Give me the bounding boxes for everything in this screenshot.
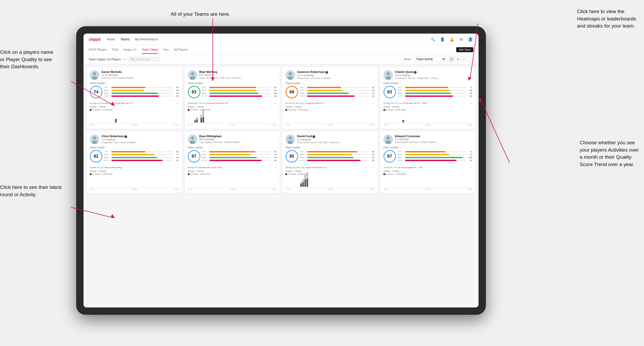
stat-bar-ott — [111, 87, 145, 88]
stat-val-ott: 82 — [272, 151, 277, 153]
player-avatar[interactable] — [90, 70, 99, 80]
svg-point-10 — [387, 72, 390, 75]
add-team-button[interactable]: Add Team — [456, 47, 473, 52]
subnav-all-players[interactable]: All Players — [174, 46, 188, 54]
stat-val-app: 79 — [468, 153, 472, 156]
quality-circle[interactable]: 82 — [90, 150, 102, 163]
player-name[interactable]: David Ford✓ — [297, 135, 375, 138]
chart-bar-on — [304, 179, 306, 187]
avatar-icon[interactable]: 👤 — [468, 36, 473, 42]
quality-circle[interactable]: 68 — [285, 86, 298, 98]
player-avatar[interactable] — [188, 135, 197, 144]
quality-circle[interactable]: 85 — [285, 150, 298, 163]
search-box[interactable]: 🔍 Filter by name — [128, 57, 160, 62]
subnav-tour[interactable]: Tour — [163, 46, 169, 54]
legend-dot-on — [188, 173, 189, 175]
player-handicap: 1-5 Handicap — [395, 138, 472, 141]
quality-circle[interactable]: 93 — [188, 86, 200, 98]
stat-putt: PUTT 92 — [398, 159, 472, 162]
annotation-latest-round: Click here to see their latestround or A… — [0, 184, 61, 198]
recent-round-arrow[interactable]: → — [470, 102, 472, 105]
chart-date-1: 31 Jul — [285, 124, 290, 126]
recent-round-arrow[interactable]: → — [274, 166, 277, 169]
chart-bar-off — [300, 182, 302, 183]
player-name[interactable]: Chris Robertson✓ — [101, 135, 179, 138]
recent-round-text: 03 Mar 23 | 19, Must make putting — [90, 166, 122, 169]
search-icon[interactable]: 🔍 — [430, 36, 436, 42]
quality-circle[interactable]: 87 — [383, 150, 396, 163]
stat-bar-ott — [307, 87, 341, 88]
stat-putt: PUTT 85 — [104, 95, 179, 97]
player-name[interactable]: Charlie Quick✓ — [395, 70, 472, 74]
grid4-view-button[interactable]: ⊞ — [449, 56, 454, 62]
nav-home[interactable]: Home — [107, 37, 115, 42]
nav-logo[interactable]: clippd — [89, 37, 100, 41]
person-icon[interactable]: 👤 — [439, 36, 445, 42]
player-name[interactable]: Edward Crossman — [395, 135, 472, 138]
edit-icon[interactable]: ✏ — [123, 57, 126, 61]
chart-date-1: 31 Jul — [383, 124, 388, 126]
quality-circle[interactable]: 74 — [90, 86, 102, 98]
player-name[interactable]: Aaron Nicholls — [101, 70, 179, 73]
recent-round-arrow[interactable]: → — [176, 166, 179, 169]
recent-round-arrow[interactable]: → — [470, 166, 472, 169]
recent-round-text: 02 Sep 23 | Sunrise round to get back in… — [90, 102, 135, 104]
recent-round-arrow[interactable]: → — [372, 102, 375, 105]
stat-val-arg: 81 — [174, 156, 179, 159]
player-avatar[interactable] — [285, 135, 295, 144]
grid3-view-button[interactable]: ⊟ — [455, 56, 461, 62]
player-avatar[interactable] — [90, 135, 99, 144]
player-name[interactable]: Blair McHarg — [199, 70, 277, 73]
player-avatar[interactable] — [285, 70, 295, 80]
recent-round-arrow[interactable]: → — [274, 102, 277, 105]
stat-bar-putt — [405, 95, 453, 97]
search-placeholder: Filter by name — [135, 58, 150, 61]
recent-round-arrow[interactable]: → — [176, 102, 179, 105]
quality-circle[interactable]: 87 — [188, 150, 200, 163]
recent-round[interactable]: 07 Aug 23 | 77 (+7), St George's Hill GC… — [383, 100, 472, 105]
stat-val-putt: 96 — [370, 159, 375, 162]
sort-button[interactable]: ↕ — [468, 56, 473, 62]
player-name[interactable]: Cameron Robertson✓ — [297, 70, 375, 74]
legend-on-course: On course — [383, 109, 394, 111]
stat-bar-container-putt — [209, 95, 271, 97]
stat-label-app: APP — [300, 89, 306, 92]
legend-dot-off — [396, 109, 397, 111]
bell-icon[interactable]: 🔔 — [449, 36, 455, 42]
recent-round[interactable]: 04 Sep 23 | Mobility with coach, Gym → — [188, 165, 277, 169]
player-name[interactable]: Dave Billingham — [199, 135, 277, 138]
player-avatar[interactable] — [383, 70, 393, 80]
subnav-pgat[interactable]: PGAT Players — [89, 46, 107, 54]
chart-date-2: 21 Aug — [229, 188, 235, 190]
legend-dot-off — [102, 173, 103, 175]
stat-label-ott: OTT — [300, 151, 306, 153]
filter-button[interactable]: ▽ — [461, 56, 467, 62]
recent-round[interactable]: 02 Sep 23 | Sunrise round to get back in… — [90, 100, 179, 105]
legend-dot-off — [102, 109, 103, 111]
quality-circle[interactable]: 83 — [383, 86, 396, 98]
player-avatar[interactable] — [188, 70, 197, 80]
nav-teams[interactable]: Teams — [120, 37, 129, 42]
player-avatar[interactable] — [383, 135, 393, 144]
mini-chart — [188, 112, 277, 123]
mini-chart — [188, 176, 277, 188]
recent-round[interactable]: 18 Jul 23 | 74 (+4), Sunningdale GC - Ol… — [383, 165, 472, 169]
recent-round[interactable]: 03 Mar 23 | 19, Must make putting → — [90, 165, 179, 169]
recent-round-arrow[interactable]: → — [372, 166, 375, 169]
mini-chart — [383, 112, 472, 123]
stat-label-ott: OTT — [104, 86, 110, 89]
recent-round[interactable]: 26 Aug 23 | 73 (+1), Royal North Devon G… — [188, 100, 277, 105]
stat-arg: ARG 85 — [202, 156, 277, 159]
nav-my-performance[interactable]: My Performance — [135, 37, 158, 42]
stat-bar-container-app — [209, 90, 271, 91]
show-dropdown[interactable]: Player Activity Quality Score Trend — [414, 57, 446, 62]
recent-round[interactable]: 02 Jul 23 | 59 (+17), Craigmillar Park G… — [285, 100, 375, 105]
player-club: Sag Maging Golf Club, United Kingdom — [199, 141, 277, 143]
subnav-team-clippd[interactable]: Team Clippd — [142, 46, 158, 54]
subnav-hcaps[interactable]: Hcaps 1-5 — [123, 46, 137, 54]
settings-icon[interactable]: ⚙ — [458, 36, 464, 42]
recent-round[interactable]: 26 Aug 23 | 84 (+12), Royal North Devon … — [285, 165, 375, 169]
subnav-pga[interactable]: PGA — [112, 46, 118, 54]
annotation-heatmaps: Click here to view theHeatmaps or leader… — [577, 8, 636, 30]
stat-bar-putt — [209, 160, 262, 161]
